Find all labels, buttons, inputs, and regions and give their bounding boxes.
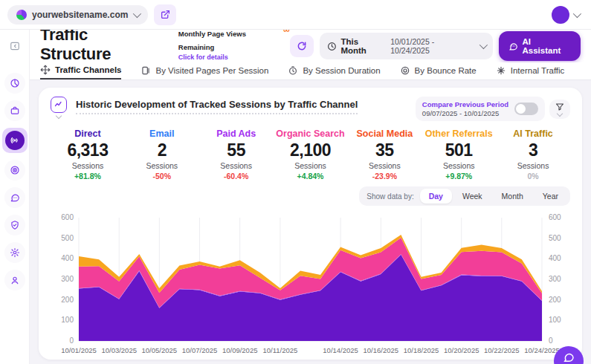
sessions-area-chart[interactable]: 0010010020020030030040040050050060060010… (51, 210, 570, 364)
stat-value: 6,313 (51, 140, 125, 160)
stat-value: 55 (199, 140, 274, 160)
chat-icon (508, 42, 518, 51)
stat-name: AI Traffic (496, 129, 570, 139)
stat-delta: +4.84% (274, 172, 348, 181)
stat-unit: Sessions (347, 161, 422, 170)
stacked-area-chart-svg: 0010010020020030030040040050050060060010… (51, 210, 570, 363)
sidebar-item-pie-chart[interactable] (4, 73, 25, 94)
stat-direct[interactable]: Direct6,313Sessions+81.8% (51, 129, 125, 181)
stat-unit: Sessions (422, 161, 496, 170)
stat-value: 3 (496, 140, 570, 160)
chat-icon (10, 192, 20, 203)
compare-label: Compare Previous Period (422, 100, 508, 108)
svg-text:10/07/2025: 10/07/2025 (182, 346, 218, 354)
account-menu[interactable] (549, 4, 584, 26)
sidebar-item-shield-check[interactable] (4, 215, 25, 235)
stat-unit: Sessions (125, 161, 199, 170)
internal-icon (496, 65, 506, 76)
chevron-down-icon (133, 9, 141, 17)
svg-text:400: 400 (549, 254, 561, 262)
showby-option-day[interactable]: Day (420, 189, 452, 204)
chevron-down-icon (56, 113, 62, 119)
chat-icon (563, 351, 575, 363)
showby-option-year[interactable]: Year (534, 189, 567, 204)
open-site-button[interactable] (154, 4, 176, 25)
filter-button[interactable] (549, 100, 570, 119)
tab-internal-traffic[interactable]: Internal Traffic (496, 62, 565, 79)
channel-stats-row: Direct6,313Sessions+81.8%Email2Sessions-… (51, 129, 570, 181)
bounce-icon (400, 65, 410, 76)
svg-text:10/11/2025: 10/11/2025 (262, 346, 297, 354)
stat-delta: +9.87% (422, 172, 496, 181)
stat-unit: Sessions (496, 161, 570, 170)
svg-text:10/01/2025: 10/01/2025 (61, 346, 97, 354)
sidebar-item-collapse[interactable] (4, 36, 25, 56)
chevron-down-icon (479, 41, 487, 49)
svg-text:500: 500 (549, 234, 561, 242)
stat-name: Direct (51, 129, 125, 139)
sidebar-item-briefcase[interactable] (4, 100, 25, 121)
stat-name: Paid Ads (199, 129, 274, 139)
svg-text:300: 300 (61, 275, 74, 283)
stat-delta: -60.4% (199, 172, 274, 181)
refresh-icon (297, 41, 307, 51)
stat-unit: Sessions (199, 161, 274, 170)
svg-text:300: 300 (549, 275, 561, 283)
svg-text:10/24/2025: 10/24/2025 (524, 346, 560, 354)
sidebar-item-user-pin[interactable] (4, 270, 25, 290)
shield-check-icon (10, 220, 20, 230)
sidebar-item-target[interactable] (4, 160, 25, 181)
date-range-picker[interactable]: This Month 10/01/2025 - 10/24/2025 (320, 33, 493, 59)
sidebar-item-traffic-radar[interactable] (2, 128, 28, 153)
tab-traffic-channels[interactable]: Traffic Channels (40, 62, 121, 79)
stat-value: 2,100 (274, 140, 348, 160)
stat-email[interactable]: Email2Sessions-50% (125, 129, 199, 181)
collapse-icon (10, 41, 20, 51)
tab-by-visited-pages-per-session[interactable]: By Visited Pages Per Session (141, 62, 268, 79)
avatar (552, 6, 569, 24)
gear-icon (10, 247, 20, 258)
svg-text:10/03/2025: 10/03/2025 (101, 346, 137, 354)
website-selector[interactable]: yourwebsitename.com (7, 5, 148, 25)
stat-delta: -23.9% (347, 172, 422, 181)
stat-social-media[interactable]: Social Media35Sessions-23.9% (347, 129, 422, 181)
tab-by-bounce-rate[interactable]: By Bounce Rate (400, 62, 477, 79)
showby-option-week[interactable]: Week (453, 189, 491, 204)
top-bar: yourwebsitename.com (0, 0, 591, 30)
period-label: This Month (340, 37, 386, 55)
stat-other-referrals[interactable]: Other Referrals501Sessions+9.87% (422, 129, 496, 181)
stat-paid-ads[interactable]: Paid Ads55Sessions-60.4% (199, 129, 274, 181)
compare-toggle[interactable] (514, 103, 538, 115)
sidebar-nav (0, 30, 30, 364)
site-favicon (16, 10, 27, 20)
show-data-by-control: Show data by: DayWeekMonthYear (359, 186, 570, 206)
card-type-selector[interactable] (51, 97, 67, 118)
refresh-button[interactable] (290, 35, 314, 57)
site-name: yourwebsitename.com (32, 10, 128, 20)
svg-text:600: 600 (61, 213, 74, 221)
ai-assistant-button[interactable]: AI Assistant (499, 31, 581, 61)
card-title: Historic Development of Tracked Sessions… (76, 99, 358, 114)
svg-text:600: 600 (549, 213, 561, 221)
sidebar-item-chat[interactable] (4, 187, 25, 208)
svg-text:10/05/2025: 10/05/2025 (142, 346, 178, 354)
svg-text:0: 0 (549, 337, 553, 345)
report-tabs: Traffic ChannelsBy Visited Pages Per Ses… (30, 62, 591, 80)
page-views-details-link[interactable]: Click for details (178, 53, 283, 61)
duration-icon (288, 65, 298, 76)
svg-text:200: 200 (61, 296, 74, 304)
chevron-down-icon (557, 110, 563, 116)
showby-option-month[interactable]: Month (493, 189, 532, 204)
stat-value: 501 (422, 140, 496, 160)
ai-assistant-label: AI Assistant (523, 37, 572, 55)
stat-ai-traffic[interactable]: AI Traffic3Sessions0% (496, 129, 570, 181)
tab-by-session-duration[interactable]: By Session Duration (288, 62, 380, 79)
date-range-value: 10/01/2025 - 10/24/2025 (390, 37, 474, 55)
user-pin-icon (10, 275, 20, 285)
svg-text:100: 100 (549, 316, 561, 324)
svg-text:100: 100 (61, 316, 74, 324)
stat-organic-search[interactable]: Organic Search2,100Sessions+4.84% (274, 129, 348, 181)
svg-text:10/16/2025: 10/16/2025 (364, 346, 399, 354)
sidebar-item-gear[interactable] (4, 242, 25, 263)
stat-delta: +81.8% (51, 172, 125, 181)
